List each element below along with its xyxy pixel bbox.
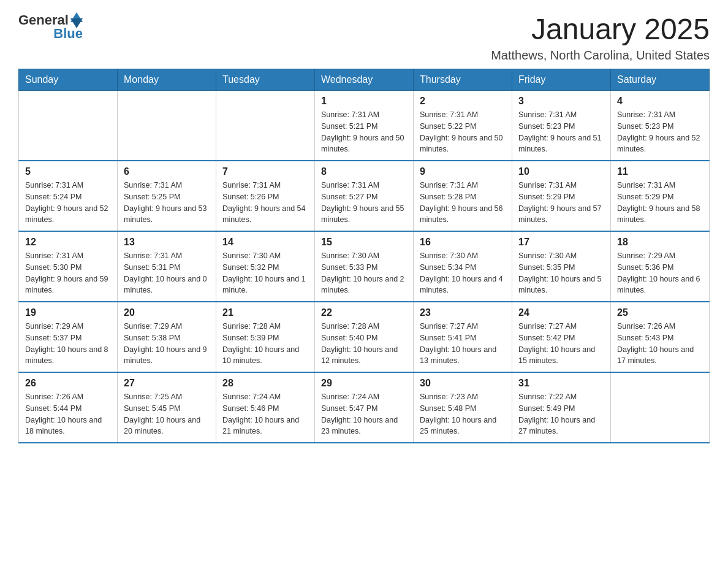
day-number: 8 (321, 166, 407, 177)
day-number: 22 (321, 307, 407, 318)
day-info: Sunrise: 7:23 AM Sunset: 5:48 PM Dayligh… (420, 391, 506, 437)
calendar-day-15: 15Sunrise: 7:30 AM Sunset: 5:33 PM Dayli… (315, 231, 414, 302)
calendar-day-20: 20Sunrise: 7:29 AM Sunset: 5:38 PM Dayli… (118, 302, 216, 372)
calendar-day-16: 16Sunrise: 7:30 AM Sunset: 5:34 PM Dayli… (414, 231, 512, 302)
calendar-day-21: 21Sunrise: 7:28 AM Sunset: 5:39 PM Dayli… (216, 302, 315, 372)
day-info: Sunrise: 7:31 AM Sunset: 5:29 PM Dayligh… (518, 180, 604, 226)
calendar-empty-cell (611, 372, 710, 443)
calendar-day-27: 27Sunrise: 7:25 AM Sunset: 5:45 PM Dayli… (118, 372, 216, 443)
calendar-week-row: 1Sunrise: 7:31 AM Sunset: 5:21 PM Daylig… (19, 91, 710, 161)
calendar-day-22: 22Sunrise: 7:28 AM Sunset: 5:40 PM Dayli… (315, 302, 414, 372)
calendar-week-row: 26Sunrise: 7:26 AM Sunset: 5:44 PM Dayli… (19, 372, 710, 443)
day-number: 12 (25, 237, 111, 248)
day-info: Sunrise: 7:26 AM Sunset: 5:43 PM Dayligh… (617, 321, 703, 367)
calendar-day-13: 13Sunrise: 7:31 AM Sunset: 5:31 PM Dayli… (118, 231, 216, 302)
day-info: Sunrise: 7:29 AM Sunset: 5:37 PM Dayligh… (25, 321, 111, 367)
calendar-week-row: 19Sunrise: 7:29 AM Sunset: 5:37 PM Dayli… (19, 302, 710, 372)
day-info: Sunrise: 7:22 AM Sunset: 5:49 PM Dayligh… (518, 391, 604, 437)
calendar-day-10: 10Sunrise: 7:31 AM Sunset: 5:29 PM Dayli… (512, 161, 611, 231)
day-info: Sunrise: 7:27 AM Sunset: 5:41 PM Dayligh… (420, 321, 506, 367)
day-number: 23 (420, 307, 506, 318)
calendar-header-tuesday: Tuesday (216, 69, 315, 91)
day-info: Sunrise: 7:30 AM Sunset: 5:32 PM Dayligh… (222, 250, 308, 296)
calendar-day-19: 19Sunrise: 7:29 AM Sunset: 5:37 PM Dayli… (19, 302, 118, 372)
calendar-day-6: 6Sunrise: 7:31 AM Sunset: 5:25 PM Daylig… (118, 161, 216, 231)
day-info: Sunrise: 7:31 AM Sunset: 5:29 PM Dayligh… (617, 180, 703, 226)
calendar-day-17: 17Sunrise: 7:30 AM Sunset: 5:35 PM Dayli… (512, 231, 611, 302)
day-number: 24 (518, 307, 604, 318)
day-number: 16 (420, 237, 506, 248)
day-info: Sunrise: 7:31 AM Sunset: 5:21 PM Dayligh… (321, 109, 407, 155)
calendar-header-friday: Friday (512, 69, 611, 91)
day-info: Sunrise: 7:31 AM Sunset: 5:24 PM Dayligh… (25, 180, 111, 226)
calendar-day-29: 29Sunrise: 7:24 AM Sunset: 5:47 PM Dayli… (315, 372, 414, 443)
day-info: Sunrise: 7:29 AM Sunset: 5:38 PM Dayligh… (124, 321, 210, 367)
day-number: 27 (124, 378, 210, 389)
day-info: Sunrise: 7:31 AM Sunset: 5:30 PM Dayligh… (25, 250, 111, 296)
day-number: 6 (124, 166, 210, 177)
day-number: 19 (25, 307, 111, 318)
day-number: 18 (617, 237, 703, 248)
calendar-day-18: 18Sunrise: 7:29 AM Sunset: 5:36 PM Dayli… (611, 231, 710, 302)
calendar-day-28: 28Sunrise: 7:24 AM Sunset: 5:46 PM Dayli… (216, 372, 315, 443)
day-number: 17 (518, 237, 604, 248)
day-number: 26 (25, 378, 111, 389)
day-number: 29 (321, 378, 407, 389)
day-number: 28 (222, 378, 308, 389)
calendar-day-1: 1Sunrise: 7:31 AM Sunset: 5:21 PM Daylig… (315, 91, 414, 161)
day-info: Sunrise: 7:24 AM Sunset: 5:46 PM Dayligh… (222, 391, 308, 437)
calendar-day-30: 30Sunrise: 7:23 AM Sunset: 5:48 PM Dayli… (414, 372, 512, 443)
calendar-day-8: 8Sunrise: 7:31 AM Sunset: 5:27 PM Daylig… (315, 161, 414, 231)
logo-blue: Blue (53, 26, 83, 42)
day-info: Sunrise: 7:30 AM Sunset: 5:34 PM Dayligh… (420, 250, 506, 296)
day-number: 11 (617, 166, 703, 177)
calendar-empty-cell (19, 91, 118, 161)
calendar-day-9: 9Sunrise: 7:31 AM Sunset: 5:28 PM Daylig… (414, 161, 512, 231)
calendar-header-monday: Monday (118, 69, 216, 91)
day-number: 3 (518, 96, 604, 107)
calendar-title: January 2025 (491, 12, 710, 46)
day-number: 7 (222, 166, 308, 177)
day-number: 13 (124, 237, 210, 248)
day-info: Sunrise: 7:31 AM Sunset: 5:27 PM Dayligh… (321, 180, 407, 226)
day-info: Sunrise: 7:28 AM Sunset: 5:40 PM Dayligh… (321, 321, 407, 367)
calendar-day-31: 31Sunrise: 7:22 AM Sunset: 5:49 PM Dayli… (512, 372, 611, 443)
day-info: Sunrise: 7:27 AM Sunset: 5:42 PM Dayligh… (518, 321, 604, 367)
day-number: 15 (321, 237, 407, 248)
calendar-day-5: 5Sunrise: 7:31 AM Sunset: 5:24 PM Daylig… (19, 161, 118, 231)
day-info: Sunrise: 7:31 AM Sunset: 5:28 PM Dayligh… (420, 180, 506, 226)
day-info: Sunrise: 7:25 AM Sunset: 5:45 PM Dayligh… (124, 391, 210, 437)
day-info: Sunrise: 7:31 AM Sunset: 5:31 PM Dayligh… (124, 250, 210, 296)
day-info: Sunrise: 7:28 AM Sunset: 5:39 PM Dayligh… (222, 321, 308, 367)
calendar-day-11: 11Sunrise: 7:31 AM Sunset: 5:29 PM Dayli… (611, 161, 710, 231)
calendar-header-row: SundayMondayTuesdayWednesdayThursdayFrid… (19, 69, 710, 91)
day-number: 5 (25, 166, 111, 177)
day-info: Sunrise: 7:24 AM Sunset: 5:47 PM Dayligh… (321, 391, 407, 437)
calendar-empty-cell (216, 91, 315, 161)
calendar-subtitle: Matthews, North Carolina, United States (491, 48, 710, 63)
day-info: Sunrise: 7:31 AM Sunset: 5:23 PM Dayligh… (518, 109, 604, 155)
day-info: Sunrise: 7:29 AM Sunset: 5:36 PM Dayligh… (617, 250, 703, 296)
day-info: Sunrise: 7:26 AM Sunset: 5:44 PM Dayligh… (25, 391, 111, 437)
calendar-day-12: 12Sunrise: 7:31 AM Sunset: 5:30 PM Dayli… (19, 231, 118, 302)
calendar-header-wednesday: Wednesday (315, 69, 414, 91)
calendar-day-23: 23Sunrise: 7:27 AM Sunset: 5:41 PM Dayli… (414, 302, 512, 372)
calendar-header-saturday: Saturday (611, 69, 710, 91)
calendar-day-25: 25Sunrise: 7:26 AM Sunset: 5:43 PM Dayli… (611, 302, 710, 372)
day-info: Sunrise: 7:31 AM Sunset: 5:22 PM Dayligh… (420, 109, 506, 155)
day-number: 4 (617, 96, 703, 107)
day-number: 31 (518, 378, 604, 389)
day-number: 30 (420, 378, 506, 389)
calendar-empty-cell (118, 91, 216, 161)
day-info: Sunrise: 7:31 AM Sunset: 5:25 PM Dayligh… (124, 180, 210, 226)
calendar-day-4: 4Sunrise: 7:31 AM Sunset: 5:23 PM Daylig… (611, 91, 710, 161)
day-number: 1 (321, 96, 407, 107)
calendar-day-2: 2Sunrise: 7:31 AM Sunset: 5:22 PM Daylig… (414, 91, 512, 161)
calendar-day-7: 7Sunrise: 7:31 AM Sunset: 5:26 PM Daylig… (216, 161, 315, 231)
calendar-day-24: 24Sunrise: 7:27 AM Sunset: 5:42 PM Dayli… (512, 302, 611, 372)
logo: General Blue (18, 12, 83, 42)
day-info: Sunrise: 7:30 AM Sunset: 5:33 PM Dayligh… (321, 250, 407, 296)
day-number: 21 (222, 307, 308, 318)
calendar-day-14: 14Sunrise: 7:30 AM Sunset: 5:32 PM Dayli… (216, 231, 315, 302)
day-number: 10 (518, 166, 604, 177)
